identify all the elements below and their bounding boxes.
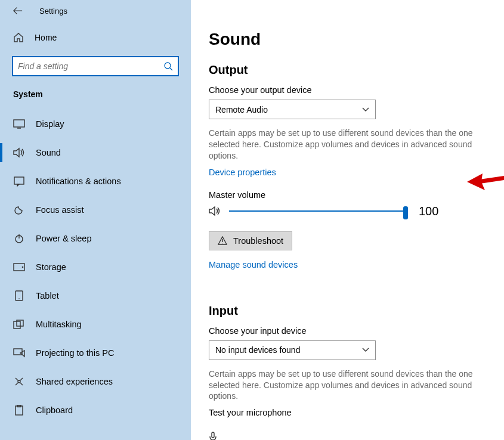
master-volume-value: 100 <box>419 204 438 218</box>
sidebar-item-projecting[interactable]: Projecting to this PC <box>0 339 191 367</box>
multitasking-icon <box>13 318 25 330</box>
chevron-down-icon <box>362 348 369 352</box>
sidebar-item-label: Display <box>36 119 64 129</box>
svg-point-7 <box>18 298 20 299</box>
master-volume-slider[interactable] <box>229 205 408 217</box>
troubleshoot-button[interactable]: Troubleshoot <box>209 231 292 250</box>
storage-icon <box>13 261 25 273</box>
output-section-header: Output <box>209 63 485 77</box>
svg-rect-2 <box>14 177 24 184</box>
chevron-down-icon <box>362 107 369 112</box>
focus-assist-icon <box>13 204 25 216</box>
sidebar-nav-list: Display Sound Notifications & actions Fo… <box>0 110 191 424</box>
sidebar-item-tablet[interactable]: Tablet <box>0 281 191 310</box>
manage-sound-devices-link[interactable]: Manage sound devices <box>209 260 298 269</box>
search-box[interactable] <box>12 56 179 76</box>
sidebar-home[interactable]: Home <box>0 24 191 51</box>
warning-icon <box>218 236 227 245</box>
device-properties-link[interactable]: Device properties <box>209 168 276 177</box>
input-helper-text: Certain apps may be set up to use differ… <box>209 368 477 402</box>
tablet-icon <box>13 290 25 302</box>
sidebar-item-label: Clipboard <box>36 405 73 415</box>
master-volume-label: Master volume <box>209 190 485 200</box>
output-device-dropdown[interactable]: Remote Audio <box>209 100 376 119</box>
projecting-icon <box>13 347 25 359</box>
sidebar-item-sound[interactable]: Sound <box>0 138 191 167</box>
microphone-icon <box>209 432 485 440</box>
troubleshoot-label: Troubleshoot <box>233 236 283 246</box>
sound-icon <box>13 147 25 159</box>
output-helper-text: Certain apps may be set up to use differ… <box>209 128 477 162</box>
input-device-dropdown[interactable]: No input devices found <box>209 340 376 360</box>
svg-rect-12 <box>16 406 23 415</box>
test-mic-label: Test your microphone <box>209 408 485 417</box>
search-input[interactable] <box>18 61 161 71</box>
sidebar-category: System <box>0 85 191 104</box>
sidebar-item-notifications[interactable]: Notifications & actions <box>0 167 191 196</box>
sidebar-item-label: Tablet <box>36 291 59 300</box>
page-title: Sound <box>209 30 485 49</box>
input-section-header: Input <box>209 304 485 318</box>
back-button[interactable] <box>13 6 23 16</box>
sidebar-item-clipboard[interactable]: Clipboard <box>0 396 191 424</box>
sidebar-item-label: Power & sleep <box>36 234 92 243</box>
power-icon <box>13 233 25 244</box>
home-icon <box>13 32 24 43</box>
sidebar-item-label: Storage <box>36 262 66 272</box>
notifications-icon <box>13 175 25 187</box>
svg-point-0 <box>165 63 171 69</box>
search-icon <box>163 61 173 71</box>
shared-icon <box>13 376 25 388</box>
sidebar-item-label: Notifications & actions <box>36 176 121 186</box>
sidebar-item-shared-experiences[interactable]: Shared experiences <box>0 367 191 396</box>
sidebar-item-label: Multitasking <box>36 320 82 329</box>
arrow-left-icon <box>13 7 23 15</box>
input-device-label: Choose your input device <box>209 326 485 336</box>
sidebar-item-label: Sound <box>36 148 61 157</box>
sidebar-item-label: Shared experiences <box>36 377 113 386</box>
output-device-label: Choose your output device <box>209 85 485 95</box>
annotation-arrow <box>467 169 504 193</box>
output-device-value: Remote Audio <box>215 105 268 114</box>
sidebar-item-display[interactable]: Display <box>0 110 191 138</box>
app-title: Settings <box>39 7 67 16</box>
main-pane: Sound Output Choose your output device R… <box>191 0 504 440</box>
sidebar-item-power-sleep[interactable]: Power & sleep <box>0 224 191 253</box>
sidebar-item-storage[interactable]: Storage <box>0 253 191 281</box>
sidebar-item-label: Projecting to this PC <box>36 348 114 358</box>
svg-point-11 <box>18 380 20 383</box>
display-icon <box>13 118 25 130</box>
sidebar: Settings Home System Display Sound <box>0 0 191 440</box>
svg-rect-1 <box>14 120 24 127</box>
speaker-icon[interactable] <box>209 205 222 217</box>
clipboard-icon <box>13 404 25 416</box>
home-label: Home <box>35 33 57 42</box>
sidebar-item-focus-assist[interactable]: Focus assist <box>0 196 191 224</box>
svg-rect-14 <box>212 432 214 438</box>
svg-point-5 <box>22 267 24 268</box>
sidebar-item-multitasking[interactable]: Multitasking <box>0 310 191 339</box>
sidebar-item-label: Focus assist <box>36 205 84 215</box>
input-device-value: No input devices found <box>215 345 300 355</box>
